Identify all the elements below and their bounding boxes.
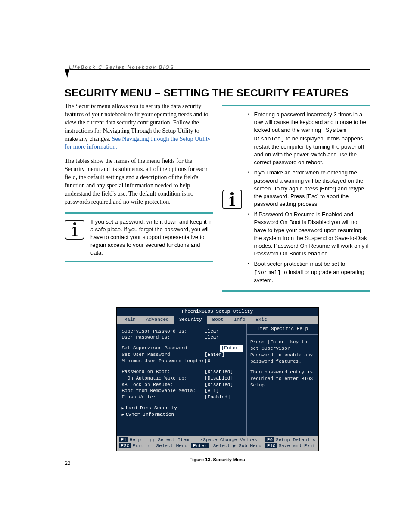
bios-tab-main[interactable]: Main: [119, 316, 141, 324]
info-icon: 1: [65, 220, 84, 240]
bios-tab-security[interactable]: Security: [174, 316, 207, 324]
right-column: 1 Entering a password incorrectly 3 time…: [222, 103, 371, 299]
bios-help-text-2: Then password entry is required to enter…: [250, 369, 315, 389]
bios-help-title: Item Specific Help: [247, 324, 318, 335]
bios-tabs: Main Advanced Security Boot Info Exit: [117, 316, 318, 324]
bios-left-pane: Supervisor Password Is:Clear User Passwo…: [117, 324, 247, 436]
intro-paragraph-1: The Security menu allows you to set up t…: [65, 103, 213, 151]
left-column: The Security menu allows you to set up t…: [65, 103, 213, 299]
bios-footer: F1Help ↑↓ Select Item -/Space Change Val…: [117, 436, 318, 451]
callout-bullets: Entering a password incorrectly 3 times …: [248, 111, 371, 284]
intro-paragraph-2: The tables show the names of the menu fi…: [65, 157, 213, 206]
bios-figure: PhoenixBIOS Setup Utility Main Advanced …: [116, 307, 319, 462]
bios-submenu[interactable]: Hard Disk Security: [122, 405, 243, 411]
bios-submenu[interactable]: Owner Information: [122, 411, 243, 418]
bios-tab-boot[interactable]: Boot: [207, 316, 229, 324]
bios-row[interactable]: Minimum User Password Length:[0]: [122, 358, 243, 364]
bios-tab-info[interactable]: Info: [229, 316, 250, 324]
info-callout-right: 1 Entering a password incorrectly 3 time…: [222, 105, 371, 292]
page-title: SECURITY MENU – SETTING THE SECURITY FEA…: [65, 87, 370, 99]
bios-row[interactable]: Flash Write:[Enabled]: [122, 394, 243, 401]
bios-title: PhoenixBIOS Setup Utility: [117, 308, 318, 316]
bios-row[interactable]: On Automatic Wake up:[Disabled]: [122, 375, 243, 382]
bios-tab-exit[interactable]: Exit: [250, 316, 272, 324]
bios-row[interactable]: Boot from Removable Media:[All]: [122, 388, 243, 394]
figure-caption: Figure 13. Security Menu: [116, 457, 319, 462]
bios-help-text-1: Press [Enter] key to set Supervisor Pass…: [250, 339, 315, 364]
bios-row[interactable]: Supervisor Password Is:Clear: [122, 328, 243, 335]
header-rule: [65, 71, 370, 78]
bios-tab-advanced[interactable]: Advanced: [141, 316, 174, 324]
info-icon: 1: [222, 190, 242, 209]
bullet-4: Boot sector protection must be set to [N…: [248, 260, 371, 284]
bullet-3: If Password On Resume is Enabled and Pas…: [248, 211, 371, 258]
bullet-1: Entering a password incorrectly 3 times …: [248, 111, 371, 166]
page-number: 22: [65, 460, 70, 467]
bios-right-pane: Item Specific Help Press [Enter] key to …: [247, 324, 318, 436]
bios-row[interactable]: Password on Boot:[Disabled]: [122, 369, 243, 375]
bios-row[interactable]: Set Supervisor Password[Enter]: [122, 345, 243, 352]
bullet-2: If you make an error when re-entering th…: [248, 169, 371, 208]
info-callout-left: 1 If you set a password, write it down a…: [65, 212, 213, 262]
bios-row[interactable]: User Password Is:Clear: [122, 334, 243, 341]
bios-row[interactable]: KB Lock on Resume:[Disabled]: [122, 382, 243, 388]
callout-text: If you set a password, write it down and…: [90, 218, 213, 257]
bios-row[interactable]: Set User Password[Enter]: [122, 352, 243, 358]
header-corner-glyph: [65, 69, 70, 76]
